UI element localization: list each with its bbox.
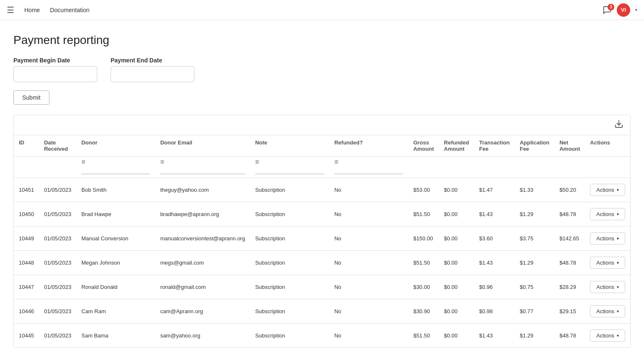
table-header-row: ID DateReceived Donor Donor Email Note R… [14,135,630,157]
actions-caret-icon: ▾ [617,188,619,192]
cell-txn-fee: $3.60 [474,227,515,251]
cell-date: 01/05/2023 [39,251,76,275]
cell-refunded-amt: $0.00 [439,251,474,275]
cell-note: Subscription [250,178,329,202]
payment-table: ID DateReceived Donor Donor Email Note R… [14,135,630,348]
table-row: 10447 01/05/2023 Ronald Donald ronald@gm… [14,275,630,299]
cell-gross: $150.00 [408,227,439,251]
col-refunded-amt: RefundedAmount [439,135,474,157]
cell-refunded: No [329,275,408,299]
actions-button[interactable]: Actions ▾ [590,281,625,293]
col-donor: Donor [76,135,155,157]
cell-actions: Actions ▾ [585,324,630,348]
avatar-dropdown-icon[interactable]: ▾ [635,8,637,12]
cell-donor: Megan Johnson [76,251,155,275]
cell-date: 01/05/2023 [39,299,76,324]
cell-donor: Sam Bama [76,324,155,348]
cell-txn-fee: $1.43 [474,251,515,275]
note-filter-icon[interactable]: ≡ [255,158,259,165]
submit-button[interactable]: Submit [13,90,49,105]
table-row: 10446 01/05/2023 Cam Ram cam@Aprann.org … [14,299,630,324]
actions-button[interactable]: Actions ▾ [590,184,625,196]
cell-app-fee: $1.29 [515,324,554,348]
refunded-filter-input[interactable] [334,166,403,174]
donor-filter-input[interactable] [81,166,150,174]
table-toolbar [14,115,630,135]
nav-right: 3 VI ▾ [603,3,637,17]
hamburger-icon[interactable]: ☰ [7,5,14,15]
cell-note: Subscription [250,275,329,299]
nav-docs-link[interactable]: Documentation [50,7,89,13]
end-date-input[interactable] [111,66,194,82]
cell-gross: $51.50 [408,324,439,348]
cell-donor: Cam Ram [76,299,155,324]
nav-home-link[interactable]: Home [24,7,40,13]
cell-donor: Manual Conversion [76,227,155,251]
email-filter-icon[interactable]: ≡ [160,158,164,165]
col-date: DateReceived [39,135,76,157]
filter-date [39,157,76,178]
filter-app-fee [515,157,554,178]
actions-caret-icon: ▾ [617,236,619,241]
filter-refunded: ≡ [329,157,408,178]
table-row: 10451 01/05/2023 Bob Smith theguy@yahoo.… [14,178,630,202]
filter-row: ≡ ≡ ≡ ≡ [14,157,630,178]
cell-refunded: No [329,178,408,202]
actions-button[interactable]: Actions ▾ [590,305,625,317]
col-net: NetAmount [554,135,585,157]
cell-refunded-amt: $0.00 [439,275,474,299]
actions-label: Actions [596,260,614,266]
actions-caret-icon: ▾ [617,285,619,289]
cell-refunded-amt: $0.00 [439,178,474,202]
donor-filter-icon[interactable]: ≡ [81,158,85,165]
actions-button[interactable]: Actions ▾ [590,232,625,245]
cell-txn-fee: $0.96 [474,275,515,299]
cell-donor: Bob Smith [76,178,155,202]
cell-id: 10445 [14,324,39,348]
cell-app-fee: $0.77 [515,299,554,324]
actions-label: Actions [596,308,614,314]
actions-button[interactable]: Actions ▾ [590,330,625,342]
cell-refunded-amt: $0.00 [439,227,474,251]
cell-app-fee: $3.75 [515,227,554,251]
table-row: 10448 01/05/2023 Megan Johnson megs@gmai… [14,251,630,275]
notification-badge: 3 [608,4,614,10]
actions-label: Actions [596,187,614,193]
cell-txn-fee: $1.47 [474,178,515,202]
note-filter-input[interactable] [255,166,324,174]
filter-actions [585,157,630,178]
email-filter-input[interactable] [160,166,245,174]
cell-actions: Actions ▾ [585,299,630,324]
cell-actions: Actions ▾ [585,275,630,299]
actions-caret-icon: ▾ [617,212,619,216]
table-body: 10451 01/05/2023 Bob Smith theguy@yahoo.… [14,178,630,348]
end-date-group: Payment End Date [111,57,194,82]
actions-button[interactable]: Actions ▾ [590,208,625,220]
page-title: Payment reporting [13,33,631,47]
refunded-filter-icon[interactable]: ≡ [334,158,338,165]
cell-refunded-amt: $0.00 [439,324,474,348]
notification-button[interactable]: 3 [603,5,612,15]
cell-gross: $30.90 [408,299,439,324]
cell-id: 10450 [14,202,39,227]
cell-email: bradhawpe@aprann.org [155,202,250,227]
table-row: 10445 01/05/2023 Sam Bama sam@yahoo.org … [14,324,630,348]
cell-refunded-amt: $0.00 [439,299,474,324]
begin-date-input[interactable] [13,66,97,82]
filter-donor: ≡ [76,157,155,178]
cell-actions: Actions ▾ [585,202,630,227]
cell-actions: Actions ▾ [585,178,630,202]
actions-caret-icon: ▾ [617,333,619,338]
col-id: ID [14,135,39,157]
cell-note: Subscription [250,202,329,227]
download-button[interactable] [614,119,623,131]
cell-refunded: No [329,227,408,251]
begin-date-group: Payment Begin Date [13,57,97,82]
actions-button[interactable]: Actions ▾ [590,257,625,269]
cell-note: Subscription [250,299,329,324]
cell-email: theguy@yahoo.com [155,178,250,202]
cell-refunded-amt: $0.00 [439,202,474,227]
cell-note: Subscription [250,227,329,251]
avatar[interactable]: VI [617,3,630,17]
filter-refunded-amt [439,157,474,178]
